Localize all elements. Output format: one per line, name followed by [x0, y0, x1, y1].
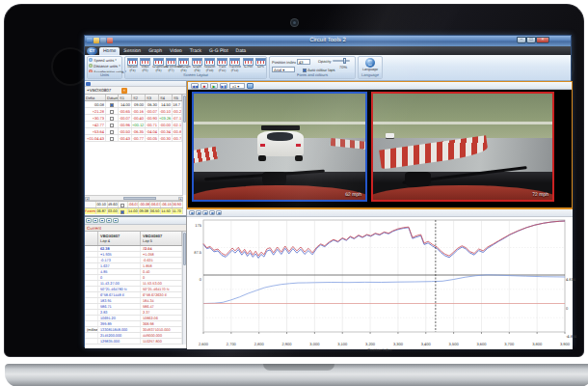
tab-graph[interactable]: Graph: [145, 47, 166, 55]
video-1[interactable]: 62 mph: [192, 92, 367, 202]
ideal-lap-row[interactable]: 00.1049.60-06.07-00.08-06.07-06.1506.90: [85, 201, 183, 207]
summary-sector-value: -00.08: [139, 202, 149, 207]
window-title: Circuit Tools 2: [85, 38, 571, 43]
lap-datum-cell: [106, 108, 119, 114]
fit-view-icon[interactable]: [209, 210, 215, 215]
channel-value-lap5: 0: [141, 275, 182, 280]
screen-layout-group-caption: Screen Layout: [125, 72, 266, 78]
zoom-out-icon[interactable]: [196, 210, 201, 215]
position-index-input[interactable]: 43: [297, 59, 310, 65]
summary-delta: 49.60: [108, 202, 119, 207]
video-sync-icon[interactable]: [247, 83, 254, 89]
new-session-icon[interactable]: [86, 82, 91, 86]
datum-checkbox[interactable]: [110, 110, 114, 114]
step-forward-button[interactable]: ▶▮: [220, 83, 227, 89]
tab-g-g-plot[interactable]: G-G Plot: [205, 47, 231, 55]
channel-name: [85, 275, 98, 280]
rewind-button[interactable]: ◀◀: [191, 83, 199, 89]
summary-delta: 03.00: [108, 208, 119, 214]
distance-units-button[interactable]: Distance units▾: [88, 63, 121, 69]
lap-row[interactable]: +01:04.43-00.43-00.77-00.05-00.30-00.7: [85, 135, 183, 142]
channel-row[interactable]: 129835.000110257.800: [85, 339, 183, 345]
columns-icon[interactable]: [86, 218, 92, 223]
app-menu-button[interactable]: CT: [87, 47, 97, 55]
layout-button-label: TrackVid(F12): [229, 66, 241, 72]
datum-checkbox[interactable]: [110, 130, 114, 134]
summary-sector-value: -06.15: [161, 202, 172, 207]
channel-tab-current[interactable]: Current: [85, 225, 186, 232]
channel-table-vscrollbar[interactable]: [182, 232, 186, 345]
opacity-slider-thumb[interactable]: [343, 58, 346, 64]
lap-sector-value: -00.2: [173, 108, 182, 114]
telemetry-chart[interactable]: 175 87.5 0 4.834 0 -4.834 Speed (mph) De…: [187, 217, 573, 349]
stop-button[interactable]: ■: [200, 83, 208, 89]
datum-checkbox[interactable]: [110, 103, 114, 107]
graph-panel: 175 87.5 0 4.834 0 -4.834 Speed (mph) De…: [187, 208, 573, 348]
datum-checkbox[interactable]: [110, 137, 114, 141]
lap-row[interactable]: +42.77-00.96+00.12-00.71-00.00-02.1: [85, 122, 183, 128]
channel-value-lap5: 50°21.464170 N: [141, 287, 182, 291]
pan-icon[interactable]: [202, 210, 208, 215]
layout-button-label: Default(F4): [126, 66, 138, 72]
lap-table-vscrollbar[interactable]: [182, 95, 186, 195]
video1-speed-overlay: 62 mph: [345, 192, 361, 198]
compass-icon: [89, 58, 93, 62]
video-panel[interactable]: ◀◀ ■ ▶ ▶▮ x1 ▾: [187, 81, 573, 208]
play-button[interactable]: ▶: [210, 83, 218, 89]
channel-name: [85, 252, 98, 257]
tab-home[interactable]: Home: [99, 47, 120, 55]
tab-video[interactable]: Video: [166, 47, 186, 55]
layout-button-label: Session(F10): [203, 66, 215, 72]
lap-row[interactable]: +53.64-00.50-06.35-04.04-00.34-00.8: [85, 128, 183, 135]
zoom-in-icon[interactable]: [189, 210, 195, 215]
channel-table: 62.3872.04+1.935+1.058-0.173-0.6311.6371…: [85, 246, 183, 345]
playback-rate-select[interactable]: x1 ▾: [229, 83, 245, 89]
language-button[interactable]: Language: [359, 58, 382, 71]
lap-sector-value: -00.8: [173, 128, 182, 134]
datum-checkbox[interactable]: [110, 117, 114, 121]
datum-checkbox[interactable]: [120, 204, 124, 207]
lap-sector-value: 14.50: [159, 101, 173, 107]
lap-row[interactable]: +21.28-00.65-00.16-00.07-00.10-00.2: [85, 108, 183, 115]
lap-sector-value: -00.96: [119, 122, 132, 127]
close-session-icon[interactable]: ×: [121, 88, 127, 94]
lap-row[interactable]: +30.73-00.07-00.40-00.90+03.26-07.1: [85, 115, 183, 122]
channel-value-lap5: -0.631: [141, 258, 182, 262]
opacity-slider[interactable]: [333, 60, 350, 62]
sort-icon[interactable]: [93, 218, 98, 223]
ribbon-tabs: HomeSessionGraphVideoTrackG-G PlotData: [99, 47, 250, 55]
channel-value-lap5: 0.40: [141, 269, 182, 274]
laptop-frame: Circuit Tools 2 – □ × CT HomeSessionGrap…: [4, 4, 584, 357]
lap-column-s4: S4: [159, 95, 173, 100]
lap-datum-cell: [106, 128, 119, 134]
channel-value-lap5: 368.98: [141, 321, 182, 326]
maximize-button[interactable]: □: [526, 37, 536, 43]
lap-sector-value: -00.07: [119, 115, 132, 121]
lap-table: 00.0814.0009.0006.3014.5018.7+21.28-00.6…: [85, 101, 183, 142]
minimize-button[interactable]: –: [517, 37, 526, 43]
channel-name: [85, 287, 98, 291]
hscroll-thumb[interactable]: [123, 197, 156, 200]
close-button[interactable]: ×: [536, 37, 549, 43]
tab-session[interactable]: Session: [120, 47, 145, 55]
channel-value-lap5: 3049371010.000: [141, 327, 182, 332]
video-2[interactable]: 72 mph: [371, 92, 554, 202]
tab-track[interactable]: Track: [186, 47, 205, 55]
lap-datum-cell: [106, 101, 119, 107]
filter-icon[interactable]: [99, 218, 105, 223]
fastest-lap-row[interactable]: Fastest06.8703.0014.0009.0806.5014.5011.…: [85, 207, 183, 214]
tab-data[interactable]: Data: [232, 47, 251, 55]
lap-sector-value: -00.7: [173, 135, 182, 141]
gear-icon[interactable]: [113, 218, 119, 223]
lap-sector-value: -00.05: [146, 135, 159, 141]
lap-row[interactable]: 00.0814.0009.0006.3014.5018.7: [85, 101, 183, 108]
graph-settings-icon[interactable]: [216, 210, 222, 215]
channel-value-lap4: 183.91: [98, 298, 141, 303]
lap-sector-value: -06.35: [132, 128, 146, 134]
session-tab[interactable]: +VBOX0807 ×: [85, 87, 186, 95]
datum-checkbox[interactable]: [110, 124, 114, 127]
lock-icon[interactable]: [106, 218, 112, 223]
graph-toolbar: [187, 209, 573, 217]
datum-checkbox[interactable]: [120, 210, 124, 214]
channel-name: [85, 263, 98, 268]
